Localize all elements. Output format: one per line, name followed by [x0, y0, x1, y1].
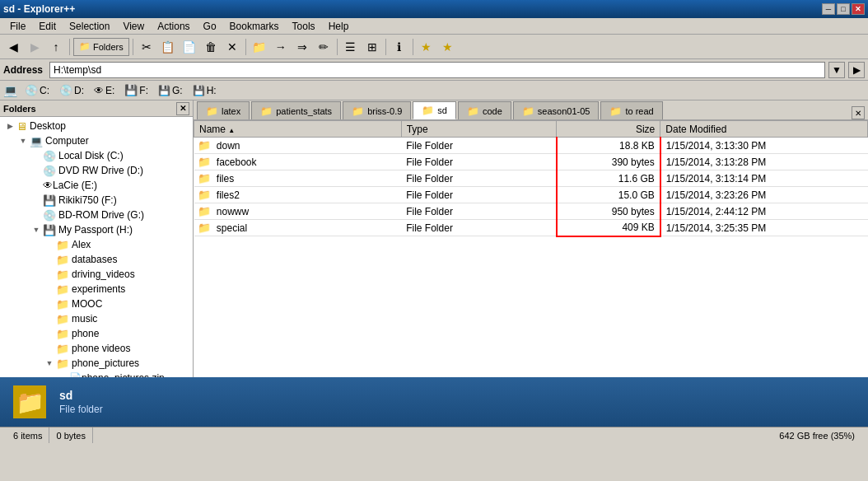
properties-button[interactable]: ℹ: [390, 38, 409, 56]
address-refresh-button[interactable]: ▶: [848, 62, 865, 78]
item-count-label: 6 items: [13, 431, 42, 441]
col-header-date[interactable]: Date Modified: [660, 121, 868, 138]
file-type-cell: File Folder: [401, 203, 557, 220]
menu-bookmarks[interactable]: Bookmarks: [223, 19, 286, 34]
tree-item-e[interactable]: 👁 LaCie (E:): [28, 178, 191, 193]
tab-to-read[interactable]: 📁 to read: [600, 101, 662, 119]
tab-latex[interactable]: 📁 latex: [197, 101, 250, 119]
tab-label: code: [483, 106, 502, 116]
tab-close-button[interactable]: ✕: [852, 106, 865, 119]
tree-item-music[interactable]: 📁 music: [41, 311, 191, 326]
col-header-name[interactable]: Name ▲: [194, 121, 402, 138]
tab-sd[interactable]: 📁 sd: [413, 101, 456, 119]
tab-code[interactable]: 📁 code: [458, 101, 511, 119]
folders-button[interactable]: 📁 Folders: [73, 38, 129, 56]
table-row[interactable]: 📁 facebook File Folder 390 bytes 1/15/20…: [194, 154, 868, 170]
drive-g-icon: 💾: [158, 85, 170, 96]
selected-size-label: 0 bytes: [56, 431, 85, 441]
file-name: facebook: [217, 156, 257, 168]
menu-selection[interactable]: Selection: [63, 19, 116, 34]
tree-item-g[interactable]: 💿 BD-ROM Drive (G:): [28, 208, 191, 222]
menu-file[interactable]: File: [3, 19, 32, 34]
view-details-button[interactable]: ⊞: [362, 38, 382, 56]
drive-d[interactable]: 💿 D:: [57, 83, 86, 97]
tab-season[interactable]: 📁 season01-05: [513, 101, 600, 119]
drive-h-icon: 💾: [193, 85, 205, 96]
minimize-button[interactable]: ─: [822, 3, 835, 15]
drive-c[interactable]: 💿 C:: [22, 83, 52, 97]
tree-item-desktop[interactable]: ▶ 🖥 Desktop: [2, 119, 191, 133]
drive-e[interactable]: 👁 E:: [91, 84, 117, 97]
panel-close-button[interactable]: ✕: [176, 102, 189, 115]
address-go-button[interactable]: ▼: [828, 62, 845, 78]
tree-item-phone-zip[interactable]: 📄 phone_pictures.zip: [54, 371, 191, 377]
menu-go[interactable]: Go: [197, 19, 223, 34]
menu-tools[interactable]: Tools: [286, 19, 322, 34]
table-row[interactable]: 📁 special File Folder 409 KB 1/15/2014, …: [194, 220, 868, 236]
tab-patients-stats[interactable]: 📁 patients_stats: [251, 101, 341, 119]
folder-icon: 📁: [56, 283, 69, 296]
view-list-button[interactable]: ☰: [341, 38, 361, 56]
tab-label: patients_stats: [276, 106, 332, 116]
forward-button[interactable]: ▶: [25, 38, 44, 56]
move-to-button[interactable]: ⇒: [292, 38, 312, 56]
tree-item-d[interactable]: 💿 DVD RW Drive (D:): [28, 163, 191, 178]
up-button[interactable]: ↑: [46, 38, 66, 56]
folder-icon: 📁: [56, 357, 69, 370]
tree-item-phone-pictures[interactable]: ▼ 📁 phone_pictures: [41, 356, 191, 371]
tree-item-f[interactable]: 💾 Rikiki750 (F:): [28, 193, 191, 208]
copy-to-button[interactable]: →: [271, 38, 291, 56]
new-folder-button[interactable]: 📁: [250, 38, 269, 56]
rename-button[interactable]: ✏: [314, 38, 334, 56]
tab-label: to read: [625, 106, 653, 116]
menu-actions[interactable]: Actions: [151, 19, 196, 34]
folder-icon: 📁: [56, 269, 69, 281]
tree-item-experiments[interactable]: 📁 experiments: [41, 282, 191, 297]
star2-button[interactable]: ★: [438, 38, 458, 56]
tree-item-c[interactable]: 💿 Local Disk (C:): [28, 148, 191, 163]
folder-tree: ▶ 🖥 Desktop ▼ 💻 Computer 💿 Local Disk (C…: [0, 117, 193, 377]
tree-item-mooc[interactable]: 📁 MOOC: [41, 297, 191, 311]
table-row[interactable]: 📁 down File Folder 18.8 KB 1/15/2014, 3:…: [194, 138, 868, 154]
delete-perm-button[interactable]: ✕: [222, 38, 242, 56]
cut-button[interactable]: ✂: [137, 38, 156, 56]
drive-f[interactable]: 💾 F:: [122, 83, 151, 97]
star1-button[interactable]: ★: [417, 38, 436, 56]
paste-button[interactable]: 📄: [180, 38, 199, 56]
tree-item-alex[interactable]: 📁 Alex: [41, 237, 191, 252]
tree-item-h[interactable]: ▼ 💾 My Passport (H:): [28, 222, 191, 237]
drive-h[interactable]: 💾 H:: [190, 84, 219, 97]
folder-panel: Folders ✕ ▶ 🖥 Desktop ▼ 💻 Computer 💿 Loc…: [0, 100, 194, 377]
maximize-button[interactable]: □: [837, 3, 850, 15]
delete-button[interactable]: 🗑: [201, 38, 221, 56]
file-type-cell: File Folder: [401, 170, 557, 187]
tree-item-computer[interactable]: ▼ 💻 Computer: [15, 133, 191, 148]
menu-view[interactable]: View: [116, 19, 151, 34]
drive-g[interactable]: 💾 G:: [156, 84, 185, 97]
tree-item-databases[interactable]: 📁 databases: [41, 252, 191, 267]
expand-icon: [30, 149, 43, 162]
drive-e-icon: 👁: [94, 85, 104, 96]
address-input[interactable]: [49, 62, 825, 78]
table-row[interactable]: 📁 files2 File Folder 15.0 GB 1/15/2014, …: [194, 187, 868, 203]
drive-c-icon: 💿: [25, 84, 38, 96]
table-row[interactable]: 📁 nowww File Folder 950 bytes 1/15/2014,…: [194, 203, 868, 220]
menu-edit[interactable]: Edit: [32, 19, 63, 34]
col-header-size[interactable]: Size: [557, 121, 660, 138]
tab-folder-icon: 📁: [422, 105, 434, 116]
back-button[interactable]: ◀: [3, 38, 23, 56]
file-size-cell: 18.8 KB: [557, 138, 660, 154]
tab-briss[interactable]: 📁 briss-0.9: [343, 101, 411, 119]
toolbar-sep-5: [385, 39, 386, 55]
expand-icon: [30, 194, 43, 207]
close-button[interactable]: ✕: [852, 3, 865, 15]
copy-button[interactable]: 📋: [158, 38, 178, 56]
tree-item-phone-videos[interactable]: 📁 phone videos: [41, 341, 191, 356]
tree-item-phone[interactable]: 📁 phone: [41, 326, 191, 341]
menu-help[interactable]: Help: [322, 19, 356, 34]
tree-label: phone_pictures.zip: [82, 372, 165, 377]
file-date-cell: 1/15/2014, 3:23:26 PM: [660, 187, 868, 203]
tree-item-driving[interactable]: 📁 driving_videos: [41, 267, 191, 282]
table-row[interactable]: 📁 files File Folder 11.6 GB 1/15/2014, 3…: [194, 170, 868, 187]
col-header-type[interactable]: Type: [401, 121, 557, 138]
